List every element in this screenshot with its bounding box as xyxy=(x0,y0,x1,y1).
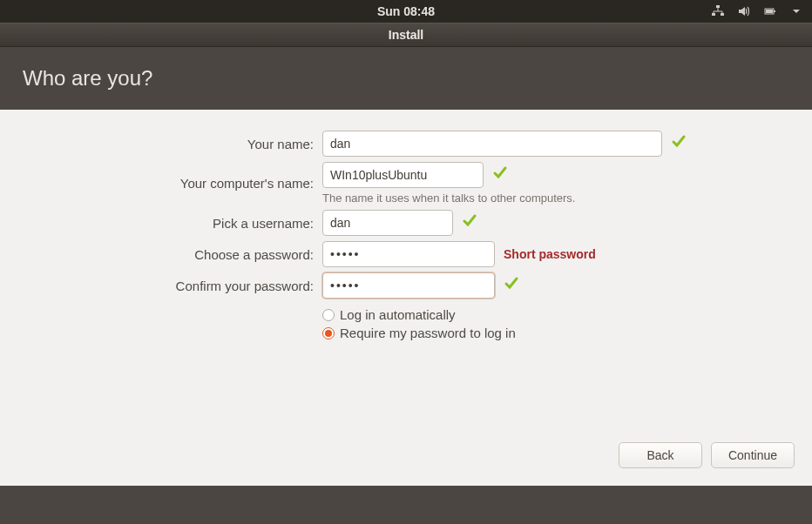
network-icon[interactable] xyxy=(711,4,725,18)
svg-rect-1 xyxy=(712,13,715,16)
password-warning: Short password xyxy=(504,247,596,261)
name-input[interactable] xyxy=(322,131,662,157)
battery-icon[interactable] xyxy=(763,4,777,18)
radio-label: Require my password to log in xyxy=(340,326,516,340)
continue-button[interactable]: Continue xyxy=(711,442,795,468)
svg-rect-0 xyxy=(716,5,720,8)
radio-require-password[interactable]: Require my password to log in xyxy=(322,326,812,340)
check-icon xyxy=(671,134,687,154)
svg-rect-4 xyxy=(774,10,775,12)
name-label: Your name: xyxy=(0,137,314,151)
password-input[interactable] xyxy=(322,241,495,267)
confirm-password-label: Confirm your password: xyxy=(0,279,314,293)
computer-name-label: Your computer's name: xyxy=(0,176,314,191)
dropdown-icon[interactable] xyxy=(789,4,803,18)
footer-buttons: Back Continue xyxy=(619,442,795,468)
radio-login-auto[interactable]: Log in automatically xyxy=(322,307,812,322)
computer-name-input[interactable] xyxy=(322,162,484,188)
form-area: Your name: Your computer's name: The nam… xyxy=(0,110,812,486)
window-title: Install xyxy=(389,28,423,42)
check-icon xyxy=(492,165,508,185)
clock[interactable]: Sun 08:48 xyxy=(377,4,435,18)
svg-rect-2 xyxy=(721,13,724,16)
username-label: Pick a username: xyxy=(0,216,314,231)
confirm-password-input[interactable] xyxy=(322,272,495,299)
top-menu-bar: Sun 08:48 xyxy=(0,0,812,23)
page-header: Who are you? xyxy=(0,47,812,110)
page-title: Who are you? xyxy=(23,66,152,91)
svg-rect-5 xyxy=(766,10,773,13)
window-title-bar: Install xyxy=(0,23,812,47)
login-options: Log in automatically Require my password… xyxy=(322,307,812,340)
username-input[interactable] xyxy=(322,210,453,236)
radio-icon xyxy=(322,327,335,339)
check-icon xyxy=(504,276,519,296)
password-label: Choose a password: xyxy=(0,247,314,262)
system-tray xyxy=(711,4,803,18)
radio-icon xyxy=(322,309,335,321)
computer-name-hint: The name it uses when it talks to other … xyxy=(322,191,812,205)
bottom-strip xyxy=(0,486,812,524)
volume-icon[interactable] xyxy=(737,4,751,18)
back-button[interactable]: Back xyxy=(619,442,702,468)
radio-label: Log in automatically xyxy=(340,307,456,322)
check-icon xyxy=(462,213,477,233)
